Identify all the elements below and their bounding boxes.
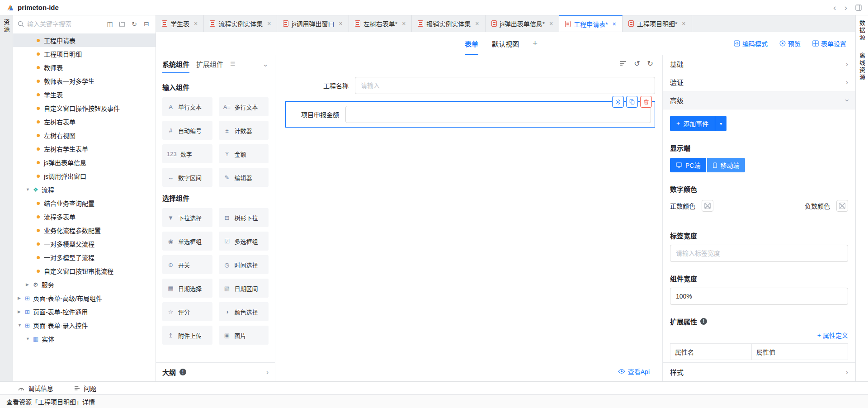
- component-panel-tab[interactable]: 系统组件: [162, 59, 189, 69]
- tab-close-icon[interactable]: ×: [613, 20, 616, 28]
- component-item[interactable]: ☑多选框组: [219, 232, 269, 251]
- menu-icon[interactable]: ☰: [230, 61, 236, 67]
- tree-item[interactable]: ▶⊞页面-表单-高级/布局组件: [13, 291, 156, 305]
- field-settings-button[interactable]: [612, 96, 624, 108]
- view-tab[interactable]: 表单: [465, 32, 478, 55]
- debug-bar-item[interactable]: 调试信息: [18, 384, 53, 393]
- add-view-button[interactable]: +: [533, 38, 538, 48]
- expand-arrow-icon[interactable]: ▼: [26, 337, 33, 341]
- editor-tab[interactable]: 学生表×: [156, 15, 204, 32]
- component-item[interactable]: ▣图片: [219, 326, 269, 345]
- tree-item[interactable]: ▼▦实体: [13, 332, 156, 346]
- component-item[interactable]: ±计数器: [219, 121, 269, 140]
- view-api-link[interactable]: 查看Api: [618, 367, 650, 376]
- tree-item[interactable]: ▶⊞页面-表单-控件通用: [13, 305, 156, 318]
- component-item[interactable]: ▼下拉选择: [162, 208, 212, 227]
- component-item[interactable]: ⊙开关: [162, 255, 212, 274]
- component-panel-tab[interactable]: 扩展组件: [196, 59, 223, 69]
- tab-close-icon[interactable]: ×: [682, 20, 685, 27]
- props-section-style[interactable]: 样式 ›: [663, 362, 855, 381]
- undo-icon[interactable]: ↺: [634, 59, 640, 68]
- tree-item[interactable]: 自定义窗口按钮审批流程: [13, 264, 156, 278]
- add-event-button[interactable]: +添加事件 ▾: [670, 116, 726, 131]
- editor-tab[interactable]: 左树右表单*×: [349, 15, 412, 32]
- component-item[interactable]: ¥金额: [219, 144, 269, 163]
- nav-back-icon[interactable]: ‹: [833, 3, 836, 12]
- tree-item[interactable]: 一对多模型子流程: [13, 251, 156, 264]
- component-item[interactable]: ▦日期选择: [162, 279, 212, 298]
- display-option-button[interactable]: 移动端: [707, 158, 745, 172]
- tree-item[interactable]: 左树右视图: [13, 128, 156, 142]
- outline-bar[interactable]: 大纲 ›: [156, 362, 275, 381]
- component-item[interactable]: ↔数字区间: [162, 168, 212, 187]
- collapse-all-icon[interactable]: ⊟: [142, 19, 151, 28]
- tree-item[interactable]: 工程申请表: [13, 33, 156, 47]
- layout-icon[interactable]: [855, 5, 862, 11]
- field-input[interactable]: [355, 77, 655, 94]
- component-item[interactable]: ◉单选框组: [162, 232, 212, 251]
- refresh-icon[interactable]: ↻: [130, 19, 139, 28]
- tree-item[interactable]: 学生表: [13, 88, 156, 101]
- expand-arrow-icon[interactable]: ▼: [18, 323, 25, 327]
- viewbar-action[interactable]: 预览: [779, 39, 801, 48]
- nav-forward-icon[interactable]: ›: [844, 3, 847, 12]
- tree-item[interactable]: 教师表: [13, 61, 156, 74]
- props-section-header[interactable]: 基础›: [663, 55, 855, 73]
- display-option-button[interactable]: PC端: [670, 158, 706, 172]
- tab-close-icon[interactable]: ×: [339, 20, 343, 27]
- editor-tab[interactable]: 工程项目明细*×: [623, 15, 692, 32]
- tab-close-icon[interactable]: ×: [402, 20, 406, 27]
- field-delete-button[interactable]: [640, 96, 652, 108]
- viewbar-action[interactable]: 编码模式: [734, 39, 768, 48]
- tree-item[interactable]: 工程项目明细: [13, 47, 156, 61]
- component-item[interactable]: ▧日期区间: [219, 279, 269, 298]
- component-item[interactable]: ◷时间选择: [219, 255, 269, 274]
- tab-close-icon[interactable]: ×: [549, 20, 553, 27]
- tree-item[interactable]: 左树右学生表单: [13, 142, 156, 156]
- component-item[interactable]: 123数字: [162, 144, 212, 163]
- tree-item[interactable]: 一对多模型父流程: [13, 237, 156, 251]
- tree-item[interactable]: 左树右表单: [13, 115, 156, 128]
- tree-item[interactable]: 业务化流程参数配置: [13, 223, 156, 237]
- editor-tab[interactable]: 报销实例实体集×: [412, 15, 485, 32]
- expand-arrow-icon[interactable]: ▶: [26, 282, 33, 287]
- expand-arrow-icon[interactable]: ▶: [18, 309, 25, 314]
- right-strip-tab[interactable]: 离线资源: [858, 52, 866, 81]
- props-section-advanced[interactable]: 高级 ›: [663, 91, 855, 109]
- tree-item[interactable]: js调用弹出窗口: [13, 169, 156, 183]
- tree-item[interactable]: ▼❖流程: [13, 183, 156, 196]
- tree-item[interactable]: js弹出表单信息: [13, 156, 156, 169]
- props-section-header[interactable]: 验证›: [663, 73, 855, 91]
- label-width-input[interactable]: [670, 245, 848, 262]
- right-strip-tab[interactable]: 数据源: [858, 20, 866, 42]
- editor-tab[interactable]: js调用弹出窗口×: [277, 15, 349, 32]
- component-item[interactable]: ⊟树形下拉: [219, 208, 269, 227]
- selected-field[interactable]: 项目申报金额: [285, 101, 655, 128]
- folder-icon[interactable]: [118, 19, 127, 28]
- dropdown-caret-icon[interactable]: ▾: [715, 116, 726, 131]
- viewbar-action[interactable]: 表单设置: [812, 39, 846, 48]
- expand-arrow-icon[interactable]: ▶: [18, 296, 25, 300]
- component-item[interactable]: ↥附件上传: [162, 326, 212, 345]
- search-input[interactable]: [27, 20, 102, 28]
- component-item[interactable]: A单行文本: [162, 97, 212, 116]
- component-item[interactable]: ◑颜色选择: [219, 302, 269, 321]
- align-outline-icon[interactable]: [619, 61, 627, 66]
- tab-close-icon[interactable]: ×: [194, 20, 198, 27]
- editor-tab[interactable]: js弹出表单信息*×: [486, 15, 560, 32]
- tree-item[interactable]: 教师表一对多学生: [13, 74, 156, 88]
- debug-bar-item[interactable]: 问题: [74, 384, 96, 393]
- tab-close-icon[interactable]: ×: [267, 20, 271, 27]
- collapse-panel-chevron-icon[interactable]: ⌄: [263, 61, 269, 68]
- gallery-icon[interactable]: ◫: [105, 19, 114, 28]
- component-item[interactable]: #自动编号: [162, 121, 212, 140]
- redo-icon[interactable]: ↻: [647, 59, 653, 68]
- editor-tab[interactable]: 流程实例实体集×: [204, 15, 277, 32]
- component-width-input[interactable]: [670, 288, 848, 305]
- status-text[interactable]: 查看资源「工程项目明细」详情: [6, 397, 95, 406]
- property-define-link[interactable]: + 属性定义: [670, 331, 848, 340]
- tree-item[interactable]: 自定义窗口操作按钮及事件: [13, 101, 156, 115]
- tree-item[interactable]: 流程多表单: [13, 210, 156, 223]
- editor-tab[interactable]: 工程申请表*×: [559, 15, 623, 32]
- expand-arrow-icon[interactable]: ▼: [26, 187, 33, 192]
